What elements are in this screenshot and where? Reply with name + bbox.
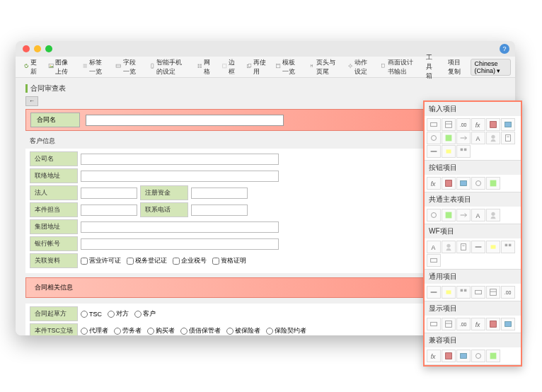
opt-custodian[interactable]: 债借保管者 [180,326,221,335]
palette-section: 按钮项目fx [425,161,521,192]
palette-item[interactable]: A [427,241,441,253]
palette-item[interactable]: fx [471,318,485,330]
palette-item[interactable] [456,286,471,299]
palette-item[interactable] [501,132,515,144]
back-button[interactable]: ← [25,96,38,106]
bank-account-input[interactable] [81,238,279,250]
palette-item[interactable] [427,132,441,144]
palette-item[interactable] [427,209,441,221]
header-footer-button[interactable]: H页头与页尾 [306,56,342,79]
palette-grid: fx [425,175,521,192]
palette-item[interactable] [442,177,456,190]
opt-tax-id[interactable]: 企业税号 [173,256,207,265]
action-settings-button[interactable]: 动作设定 [344,56,376,79]
palette-item[interactable] [471,241,485,253]
svg-point-74 [476,354,481,359]
draft-party-label: 合同起草方 [30,306,78,321]
palette-item[interactable] [427,145,441,158]
palette-item[interactable] [442,145,456,158]
palette-item[interactable] [456,241,471,253]
palette-item[interactable] [442,209,456,221]
field-list-button[interactable]: 字段一览 [112,56,144,79]
refresh-button[interactable]: 更新 [20,56,43,79]
contract-name-label: 合同名 [30,113,80,127]
opt-customer[interactable]: 客户 [134,309,156,318]
palette-item[interactable]: A [471,209,485,221]
palette-item[interactable] [456,145,471,158]
opt-labor[interactable]: 劳务者 [114,326,142,335]
palette-item[interactable] [486,132,500,144]
palette-item[interactable]: .00 [456,318,471,330]
opt-license[interactable]: 营业许可证 [81,256,121,265]
palette-item[interactable] [442,132,456,144]
palette-item[interactable] [427,254,441,267]
palette-item[interactable] [456,350,471,362]
design-output-button[interactable]: 画面设计书输出 [377,56,419,79]
contact-address-input[interactable] [81,171,279,182]
palette-item[interactable] [501,118,515,131]
palette-item[interactable] [442,118,456,131]
opt-qualification[interactable]: 资格证明 [212,256,246,265]
palette-item[interactable]: fx [427,350,441,362]
group-address-input[interactable] [81,221,279,233]
palette-section-header: 通用项目 [425,270,521,284]
palette-item[interactable] [442,350,456,362]
palette-item[interactable] [486,318,500,330]
label-list-button[interactable]: 标签一览 [79,56,111,79]
palette-item[interactable] [471,177,485,190]
registered-capital-input[interactable] [191,188,248,199]
image-upload-button[interactable]: 图像上传 [45,56,77,79]
opt-tsc[interactable]: TSC [81,311,102,318]
palette-item[interactable] [486,241,500,253]
palette-item[interactable] [471,350,485,362]
company-name-input[interactable] [81,154,279,165]
palette-item[interactable] [427,318,441,330]
toolbox-button[interactable]: 工具箱 [422,51,442,83]
opt-agent[interactable]: 代理者 [81,326,108,335]
smartphone-button[interactable]: 智能手机的设定 [146,56,192,79]
case-owner-input[interactable] [81,204,137,216]
palette-item[interactable]: fx [427,177,441,190]
palette-item[interactable]: .00 [501,286,515,299]
template-icon [275,63,281,71]
palette-item[interactable] [486,118,500,131]
palette-item[interactable] [486,286,500,299]
palette-item[interactable] [486,209,500,221]
reuse-button[interactable]: 再使用 [243,56,270,79]
palette-item[interactable] [427,286,441,299]
palette-item[interactable] [456,209,471,221]
maximize-dot[interactable] [45,45,52,52]
item-copy-button[interactable]: 项目复制 [444,56,468,79]
opt-buyer[interactable]: 购买者 [147,326,175,335]
palette-item[interactable] [486,350,500,362]
template-button[interactable]: 模板一览 [272,56,304,79]
palette-item[interactable]: .00 [456,118,471,131]
palette-item[interactable] [442,241,456,253]
palette-item[interactable] [427,118,441,131]
language-select[interactable]: Chinese (China) ▾ [471,59,511,76]
opt-tax-reg[interactable]: 税务登记证 [127,256,167,265]
grid-button[interactable]: 网格 [193,56,217,79]
palette-item[interactable] [442,318,456,330]
contract-name-input[interactable] [86,115,284,126]
opt-other[interactable]: 对方 [108,309,129,318]
palette-item[interactable] [471,286,485,299]
close-dot[interactable] [23,45,30,52]
legal-person-input[interactable] [81,188,137,199]
palette-item[interactable]: fx [471,118,485,131]
minimize-dot[interactable] [34,45,41,52]
help-icon[interactable]: ? [500,44,509,54]
border-button[interactable]: 边框 [218,56,241,79]
phone-icon [149,63,155,71]
contact-phone-input[interactable] [191,204,248,216]
palette-item[interactable] [486,177,500,190]
palette-item[interactable] [501,241,515,253]
palette-item[interactable] [456,132,471,144]
palette-item[interactable] [501,318,515,330]
palette-item[interactable] [442,286,456,299]
opt-insured[interactable]: 被保险者 [226,326,260,335]
palette-item[interactable]: A [471,132,485,144]
opt-insurer[interactable]: 保险契约者 [266,326,306,335]
svg-rect-53 [505,244,508,247]
palette-item[interactable] [456,177,471,190]
